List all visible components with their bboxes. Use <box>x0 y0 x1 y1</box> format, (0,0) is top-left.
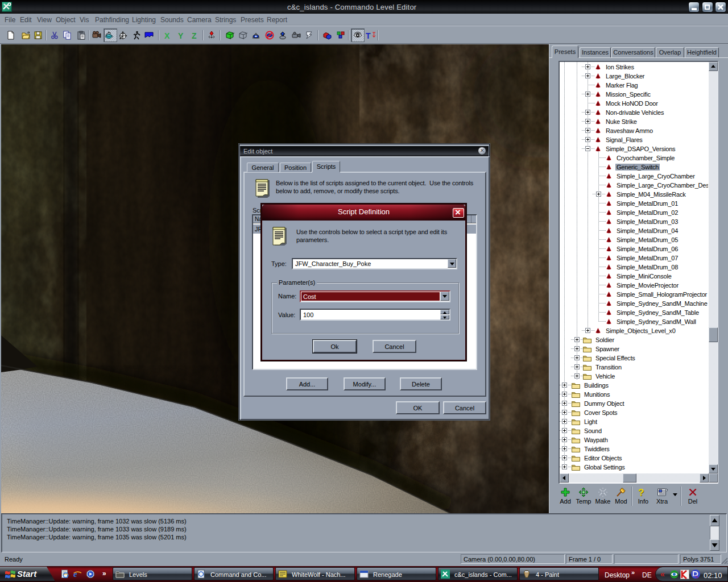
svg-text:e: e <box>73 569 77 579</box>
